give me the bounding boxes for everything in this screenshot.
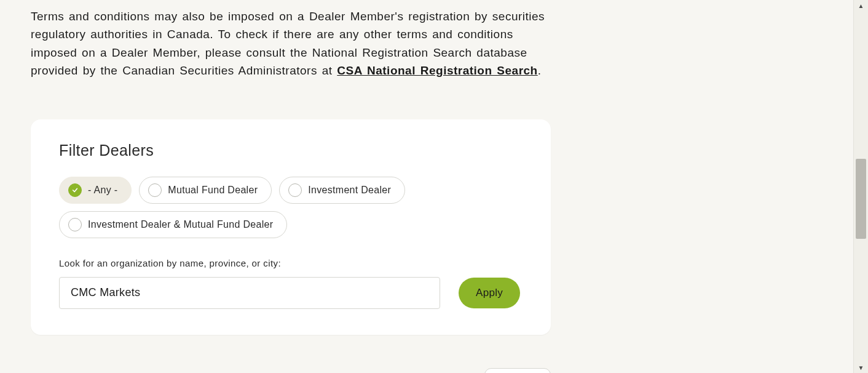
scrollbar-thumb[interactable] xyxy=(856,159,866,239)
radio-circle-icon xyxy=(148,183,162,197)
radio-circle-icon xyxy=(288,183,302,197)
apply-button[interactable]: Apply xyxy=(459,278,520,308)
chip-both-label: Investment Dealer & Mutual Fund Dealer xyxy=(88,219,273,230)
partial-button-below-fold[interactable] xyxy=(484,368,551,373)
search-label: Look for an organization by name, provin… xyxy=(59,258,523,268)
chip-mutual-fund-dealer[interactable]: Mutual Fund Dealer xyxy=(139,177,272,204)
below-card-area xyxy=(31,368,551,373)
intro-paragraph: Terms and conditions may also be imposed… xyxy=(31,7,559,80)
filter-dealers-card: Filter Dealers - Any - Mutual Fund Deale… xyxy=(31,119,551,335)
chip-investment-dealer[interactable]: Investment Dealer xyxy=(279,177,405,204)
chip-mfd-label: Mutual Fund Dealer xyxy=(168,185,258,196)
chip-any-label: - Any - xyxy=(88,185,117,196)
organization-search-input[interactable] xyxy=(59,277,440,309)
scroll-up-arrow-icon[interactable]: ▲ xyxy=(854,0,868,11)
vertical-scrollbar[interactable]: ▲ ▼ xyxy=(853,0,868,373)
chip-investment-and-mutual-fund-dealer[interactable]: Investment Dealer & Mutual Fund Dealer xyxy=(59,211,287,238)
csa-registration-link[interactable]: CSA National Registration Search xyxy=(337,64,537,77)
search-row: Apply xyxy=(59,277,523,309)
chip-invd-label: Investment Dealer xyxy=(308,185,391,196)
check-icon xyxy=(72,187,78,193)
scroll-down-arrow-icon[interactable]: ▼ xyxy=(854,362,868,373)
page-scroll-area: Terms and conditions may also be imposed… xyxy=(0,0,853,373)
filter-title: Filter Dealers xyxy=(59,142,523,159)
intro-text-after: . xyxy=(538,64,542,77)
radio-circle-icon xyxy=(68,218,82,231)
radio-circle-icon xyxy=(68,183,82,197)
chip-any[interactable]: - Any - xyxy=(59,177,132,204)
dealer-type-chip-row: - Any - Mutual Fund Dealer Investment De… xyxy=(59,177,523,238)
scrollbar-track[interactable] xyxy=(854,11,868,362)
